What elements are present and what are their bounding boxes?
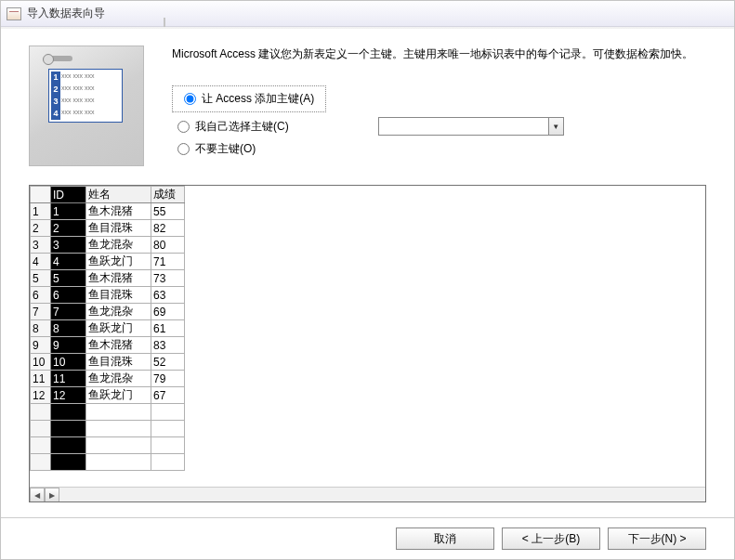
rownum-cell: 5 <box>31 270 51 287</box>
rownum-cell: 6 <box>31 287 51 304</box>
cancel-button[interactable]: 取消 <box>396 527 494 550</box>
wizard-description: Microsoft Access 建议您为新表定义一个主键。主键用来唯一地标识表… <box>172 46 706 63</box>
score-cell: 67 <box>151 387 185 404</box>
id-cell: 3 <box>51 237 86 254</box>
id-cell: 6 <box>51 287 86 304</box>
score-cell: 69 <box>151 304 185 320</box>
col-header-score[interactable]: 成绩 <box>151 187 185 203</box>
table-row[interactable]: 44鱼跃龙门71 <box>31 254 705 270</box>
score-cell: 71 <box>151 254 185 270</box>
rownum-cell <box>31 437 51 454</box>
table-row[interactable]: 1212鱼跃龙门67 <box>31 387 705 404</box>
chevron-down-icon[interactable]: ▼ <box>548 118 563 135</box>
table-row[interactable]: 99鱼木混猪83 <box>31 337 705 354</box>
score-cell <box>151 404 185 421</box>
wizard-window: 导入数据表向导 1xxx xxx xxx 2xxx xxx xxx 3xxx x… <box>0 0 735 560</box>
name-cell: 鱼木混猪 <box>86 203 151 220</box>
radio-no-pk[interactable] <box>177 143 190 155</box>
name-cell: 鱼木混猪 <box>86 270 151 287</box>
pk-combo[interactable]: ▼ <box>378 117 564 136</box>
name-cell: 鱼目混珠 <box>86 354 151 371</box>
id-cell: 12 <box>51 387 86 404</box>
next-button[interactable]: 下一步(N) > <box>608 527 706 550</box>
app-icon <box>7 7 21 20</box>
name-cell: 鱼目混珠 <box>86 287 151 304</box>
window-title: 导入数据表向导 <box>27 6 105 21</box>
score-cell <box>151 454 185 471</box>
footer-separator <box>1 517 734 518</box>
id-cell: 5 <box>51 270 86 287</box>
id-cell <box>51 437 86 454</box>
score-cell: 52 <box>151 354 185 371</box>
table-row-empty <box>31 421 705 437</box>
rownum-cell <box>31 454 51 471</box>
name-cell: 鱼跃龙门 <box>86 254 151 270</box>
name-cell: 鱼目混珠 <box>86 220 151 237</box>
filler-cell <box>185 254 705 270</box>
col-header-name[interactable]: 姓名 <box>86 187 151 203</box>
rownum-cell: 12 <box>31 387 51 404</box>
filler-cell <box>185 454 705 471</box>
table-header-row: ID 姓名 成绩 <box>31 187 705 203</box>
id-cell: 4 <box>51 254 86 270</box>
table-row-empty <box>31 404 705 421</box>
radio-access-add-pk[interactable] <box>184 93 196 105</box>
score-cell: 79 <box>151 371 185 387</box>
radio-group-pk-auto[interactable]: 让 Access 添加主键(A) <box>172 85 326 112</box>
id-cell <box>51 404 86 421</box>
mini-table-illus: 1xxx xxx xxx 2xxx xxx xxx 3xxx xxx xxx 4… <box>48 69 123 123</box>
table-row[interactable]: 22鱼目混珠82 <box>31 220 705 237</box>
table-row[interactable]: 55鱼木混猪73 <box>31 270 705 287</box>
data-preview: ID 姓名 成绩 11鱼木混猪5522鱼目混珠8233鱼龙混杂8044鱼跃龙门7… <box>29 185 706 502</box>
titlebar-separator <box>164 18 165 27</box>
radio-choose-pk[interactable] <box>177 121 190 133</box>
id-cell <box>51 454 86 471</box>
rownum-cell: 8 <box>31 320 51 337</box>
table-row[interactable]: 66鱼目混珠63 <box>31 287 705 304</box>
table-row[interactable]: 11鱼木混猪55 <box>31 203 705 220</box>
score-cell: 82 <box>151 220 185 237</box>
preview-table: ID 姓名 成绩 11鱼木混猪5522鱼目混珠8233鱼龙混杂8044鱼跃龙门7… <box>30 186 705 471</box>
filler-cell <box>185 220 705 237</box>
id-cell: 9 <box>51 337 86 354</box>
radio-no-pk-label: 不要主键(O) <box>195 141 256 157</box>
filler-cell <box>185 337 705 354</box>
id-cell: 7 <box>51 304 86 320</box>
table-row[interactable]: 1111鱼龙混杂79 <box>31 371 705 387</box>
titlebar: 导入数据表向导 <box>1 1 734 27</box>
filler-cell <box>185 354 705 371</box>
back-button[interactable]: < 上一步(B) <box>502 527 600 550</box>
name-cell: 鱼龙混杂 <box>86 304 151 320</box>
rownum-cell <box>31 421 51 437</box>
key-icon <box>50 56 72 61</box>
filler-cell <box>185 270 705 287</box>
wizard-illustration: 1xxx xxx xxx 2xxx xxx xxx 3xxx xxx xxx 4… <box>29 46 144 166</box>
rownum-cell: 11 <box>31 371 51 387</box>
upper-panel: 1xxx xxx xxx 2xxx xxx xxx 3xxx xxx xxx 4… <box>1 27 734 176</box>
filler-cell <box>185 287 705 304</box>
col-header-id[interactable]: ID <box>51 187 86 203</box>
table-row[interactable]: 1010鱼目混珠52 <box>31 354 705 371</box>
h-scrollbar[interactable]: ◀ ▶ <box>30 487 705 501</box>
filler-cell <box>185 320 705 337</box>
id-cell: 11 <box>51 371 86 387</box>
filler-cell <box>185 237 705 254</box>
rownum-cell <box>31 404 51 421</box>
wizard-footer: 取消 < 上一步(B) 下一步(N) > <box>396 527 706 550</box>
scroll-left-icon[interactable]: ◀ <box>30 488 45 502</box>
filler-cell <box>185 437 705 454</box>
radio-access-add-pk-label: 让 Access 添加主键(A) <box>202 91 314 107</box>
table-row[interactable]: 33鱼龙混杂80 <box>31 237 705 254</box>
score-cell: 63 <box>151 287 185 304</box>
table-row[interactable]: 77鱼龙混杂69 <box>31 304 705 320</box>
rownum-cell: 9 <box>31 337 51 354</box>
table-row-empty <box>31 454 705 471</box>
rownum-cell: 4 <box>31 254 51 270</box>
name-cell: 鱼龙混杂 <box>86 237 151 254</box>
table-row[interactable]: 88鱼跃龙门61 <box>31 320 705 337</box>
scroll-right-icon[interactable]: ▶ <box>45 488 59 502</box>
score-cell: 55 <box>151 203 185 220</box>
name-cell: 鱼跃龙门 <box>86 320 151 337</box>
filler-cell <box>185 404 705 421</box>
col-filler <box>185 187 705 203</box>
